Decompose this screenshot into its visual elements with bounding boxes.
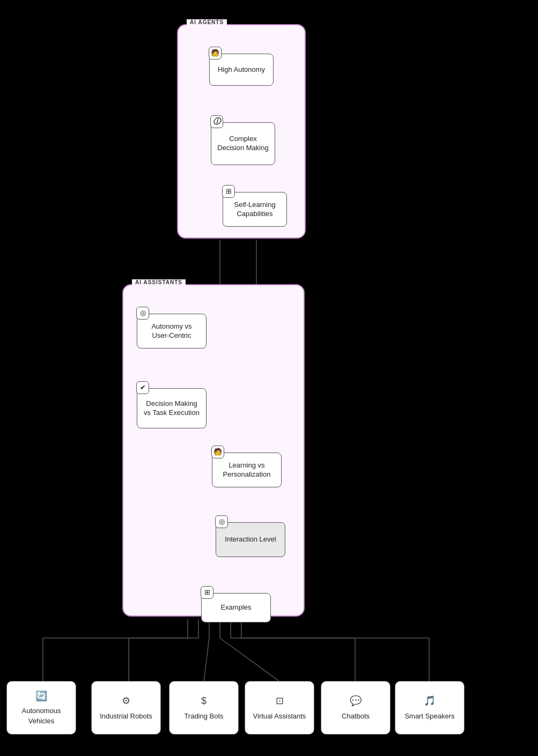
virtual-assistants-icon: ⊡ [276,694,284,708]
complex-decision-text: Complex Decision Making [217,135,269,153]
trading-bots-node: $ Trading Bots [169,681,239,735]
autonomous-vehicles-text: Autonomous Vehicles [11,706,71,725]
high-autonomy-node: 🧑 High Autonomy [209,54,274,86]
self-learning-text: Self-Learning Capabilities [229,201,281,219]
learning-person-node: 🧑 Learning vs Personalization [212,453,282,487]
self-learning-node: ⊞ Self-Learning Capabilities [223,192,287,227]
svg-line-33 [204,638,209,681]
high-autonomy-text: High Autonomy [218,65,265,75]
trading-bots-text: Trading Bots [184,711,223,721]
interaction-badge: ◎ [215,515,228,528]
high-autonomy-badge: 🧑 [209,47,222,60]
interaction-text: Interaction Level [225,535,276,544]
diagram-container: AI AGENTS 🧑 High Autonomy ⓘ Complex Deci… [0,0,538,756]
agents-label: AI AGENTS [187,19,227,25]
virtual-assistants-text: Virtual Assistants [253,711,306,721]
autonomous-vehicles-node: 🔄 Autonomous Vehicles [6,681,76,735]
complex-decision-badge: ⓘ [210,115,223,128]
svg-line-34 [220,638,279,681]
trading-bots-icon: $ [201,694,207,708]
industrial-robots-text: Industrial Robots [100,711,152,721]
complex-decision-node: ⓘ Complex Decision Making [211,122,275,165]
chatbots-icon: 💬 [350,694,362,708]
industrial-robots-icon: ⚙ [122,694,130,708]
autonomy-user-text: Autonomy vs User-Centric [143,322,201,340]
smart-speakers-node: 🎵 Smart Speakers [395,681,465,735]
autonomous-vehicles-icon: 🔄 [35,690,47,703]
decision-task-text: Decision Making vs Task Execution [143,399,201,418]
virtual-assistants-node: ⊡ Virtual Assistants [245,681,314,735]
examples-node: ⊞ Examples [201,593,271,622]
autonomy-user-badge: ◎ [136,307,149,320]
smart-speakers-icon: 🎵 [424,694,436,708]
assistants-label: AI ASSISTANTS [132,279,186,285]
decision-task-node: ✔ Decision Making vs Task Execution [137,388,207,428]
examples-badge: ⊞ [201,586,213,599]
examples-text: Examples [220,603,251,612]
chatbots-node: 💬 Chatbots [321,681,390,735]
self-learning-badge: ⊞ [222,185,235,198]
learning-person-text: Learning vs Personalization [218,461,276,479]
autonomy-user-node: ◎ Autonomy vs User-Centric [137,314,207,349]
learning-person-badge: 🧑 [211,446,224,458]
decision-task-badge: ✔ [136,381,149,394]
smart-speakers-text: Smart Speakers [404,711,454,721]
chatbots-text: Chatbots [342,711,370,721]
industrial-robots-node: ⚙ Industrial Robots [91,681,161,735]
interaction-node: ◎ Interaction Level [216,522,285,557]
